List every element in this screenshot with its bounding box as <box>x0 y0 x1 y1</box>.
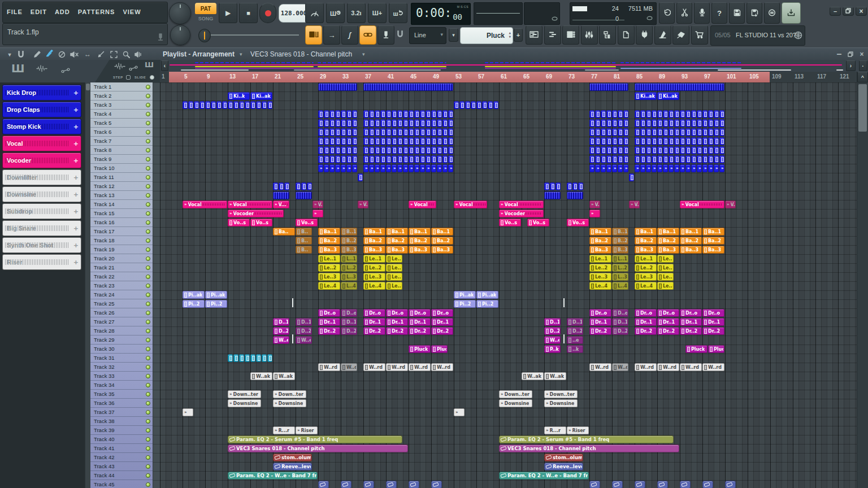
pattern-clip[interactable] <box>222 101 227 109</box>
pattern-clip[interactable] <box>674 110 679 118</box>
automation-clip[interactable] <box>431 481 442 488</box>
pattern-clip[interactable] <box>652 155 657 163</box>
pattern-clip[interactable] <box>606 137 611 145</box>
pattern-clip[interactable]: Vo..s <box>567 219 589 226</box>
pattern-clip[interactable]: Dr..o <box>657 309 679 317</box>
pattern-clip[interactable]: Le..4 <box>318 282 340 290</box>
pattern-clip[interactable]: Dr..1 <box>409 318 431 326</box>
shuffle-slider[interactable] <box>197 26 301 44</box>
pattern-clip[interactable]: Le..3 <box>657 273 674 281</box>
automation-clip[interactable]: Reeve..level <box>544 463 583 470</box>
pattern-clip[interactable] <box>341 137 346 145</box>
vscroll-thumb[interactable] <box>858 84 867 132</box>
pattern-clip[interactable] <box>194 101 199 109</box>
pattern-clip[interactable] <box>397 110 402 118</box>
pattern-clip[interactable] <box>380 110 385 118</box>
automation-clip[interactable] <box>409 481 419 488</box>
track-header-31[interactable]: Track 31 <box>90 354 153 363</box>
pattern-clip[interactable] <box>346 119 351 127</box>
pattern-clip[interactable]: W..rd <box>657 363 679 371</box>
pattern-clip[interactable]: W..ak <box>522 372 544 380</box>
source-clip-vocoder[interactable]: Vocoder+ <box>2 152 81 168</box>
pattern-clip[interactable] <box>448 128 453 136</box>
track-led[interactable] <box>146 392 150 396</box>
audio-clip[interactable]: »V... <box>358 201 368 208</box>
pattern-clip[interactable] <box>476 101 481 109</box>
source-clip-riser[interactable]: Riser+ <box>2 254 81 270</box>
pattern-clip[interactable] <box>708 137 713 145</box>
pattern-clip[interactable] <box>296 191 312 199</box>
pattern-clip[interactable] <box>640 155 645 163</box>
audio-clip[interactable]: »V... <box>725 201 736 208</box>
track-led[interactable] <box>146 220 150 225</box>
pattern-clip[interactable] <box>329 146 335 154</box>
pattern-clip[interactable] <box>341 155 346 163</box>
pattern-clip[interactable]: Le..1 <box>318 255 340 263</box>
pattern-clip[interactable] <box>256 101 261 109</box>
pattern-clip[interactable] <box>685 128 691 136</box>
audio-clip[interactable]: »Vocoder <box>228 210 284 217</box>
pattern-clip[interactable] <box>420 119 425 127</box>
track-header-12[interactable]: Track 12 <box>90 182 153 191</box>
browser-button[interactable] <box>599 25 616 45</box>
pattern-clip[interactable] <box>352 137 357 145</box>
pattern-clip[interactable]: Dr..o <box>409 309 431 317</box>
pattern-clip[interactable] <box>420 155 425 163</box>
pattern-clip[interactable] <box>431 119 436 127</box>
pattern-clip[interactable] <box>442 119 448 127</box>
track-header-4[interactable]: Track 4 <box>90 110 153 119</box>
snap-magnet-icon[interactable] <box>397 29 403 40</box>
pattern-clip[interactable]: » <box>719 164 724 172</box>
audio-clip[interactable]: »Down..ter <box>273 390 306 398</box>
pattern-clip[interactable]: B..3 <box>341 246 357 254</box>
pattern-clip[interactable]: » <box>635 164 640 172</box>
pattern-clip[interactable] <box>420 110 425 118</box>
pattern-clip[interactable] <box>618 146 623 154</box>
pattern-clip[interactable] <box>380 128 385 136</box>
pattern-clip[interactable] <box>719 146 724 154</box>
pattern-clip[interactable] <box>595 155 600 163</box>
pattern-clip[interactable] <box>426 137 431 145</box>
step-edit-button[interactable] <box>305 25 322 45</box>
pattern-clip[interactable]: Ba..1 <box>702 228 724 236</box>
main-volume-knob[interactable] <box>169 2 191 24</box>
pattern-clip[interactable]: Le..3 <box>386 273 402 281</box>
pat-mode-button[interactable]: PAT <box>195 3 216 14</box>
tempo-display[interactable]: 128.000 ▲▼ <box>279 4 309 23</box>
track-led[interactable] <box>146 356 150 360</box>
track-led[interactable] <box>146 329 150 333</box>
pattern-clip[interactable] <box>488 101 493 109</box>
track-led[interactable] <box>146 410 150 415</box>
pattern-clip[interactable]: » <box>414 164 419 172</box>
track-led[interactable] <box>146 94 150 98</box>
automation-clip[interactable] <box>386 481 397 488</box>
pattern-clip[interactable] <box>544 191 561 199</box>
pattern-clip[interactable] <box>403 110 408 118</box>
tab-patterns[interactable]: Ш <box>11 62 24 75</box>
help-button[interactable]: ? <box>711 2 727 24</box>
pattern-clip[interactable] <box>657 137 662 145</box>
automation-clip[interactable] <box>589 481 600 488</box>
track-header-29[interactable]: Track 29 <box>90 336 153 345</box>
pattern-clip[interactable] <box>341 110 346 118</box>
source-clip-kick-drop[interactable]: Kick Drop+ <box>2 85 81 101</box>
pattern-clip[interactable]: Ba..3 <box>702 246 724 254</box>
pattern-clip[interactable] <box>719 128 724 136</box>
pattern-clip[interactable]: Ba..2 <box>431 237 453 245</box>
automation-clip[interactable] <box>363 481 374 488</box>
pattern-clip[interactable] <box>442 137 448 145</box>
pattern-clip[interactable] <box>437 155 442 163</box>
pattern-clip[interactable] <box>635 146 640 154</box>
pattern-clip[interactable] <box>329 119 335 127</box>
pattern-clip[interactable] <box>375 146 380 154</box>
pattern-clip[interactable] <box>606 119 611 127</box>
pattern-clip[interactable]: » <box>335 164 340 172</box>
pattern-clip[interactable] <box>397 155 402 163</box>
source-clip-subdrop[interactable]: Subdrop+ <box>2 203 81 219</box>
pattern-clip[interactable] <box>250 101 255 109</box>
pattern-clip[interactable] <box>324 128 329 136</box>
project-info-button[interactable] <box>618 25 635 45</box>
track-header-43[interactable]: Track 43 <box>90 462 153 471</box>
pattern-clip[interactable] <box>426 119 431 127</box>
pattern-clip[interactable] <box>589 119 594 127</box>
